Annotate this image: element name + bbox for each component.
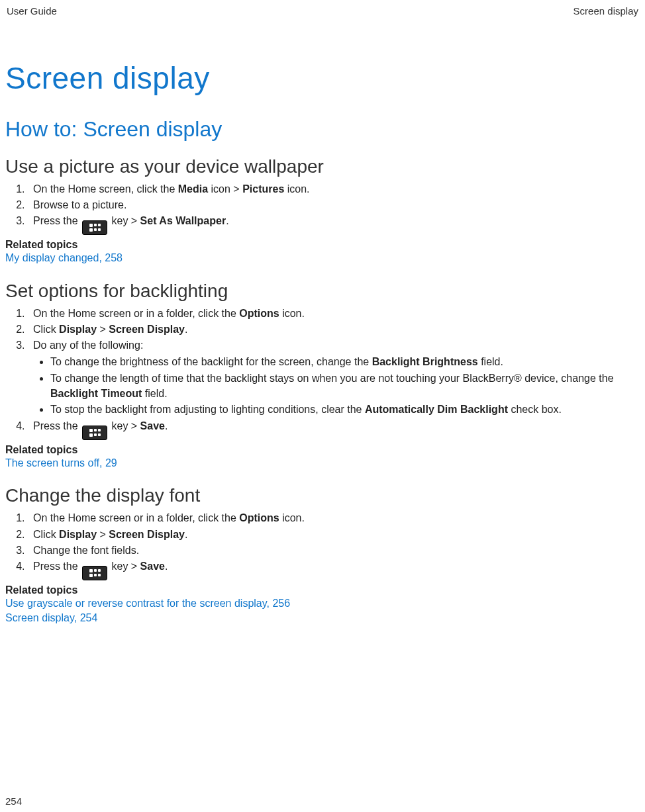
- page-number: 254: [5, 795, 22, 807]
- related-topics-label: Related topics: [5, 444, 640, 456]
- text: key >: [109, 420, 140, 431]
- text: Change the font fields.: [33, 545, 139, 556]
- list-item: Browse to a picture.: [28, 197, 640, 212]
- text-bold: Display: [59, 324, 97, 335]
- related-link[interactable]: My display changed, 258: [5, 251, 640, 265]
- text: To stop the backlight from adjusting to …: [50, 404, 365, 415]
- text: Click: [33, 324, 59, 335]
- list-item: Do any of the following: To change the b…: [28, 338, 640, 417]
- text: Browse to a picture.: [33, 199, 126, 210]
- backlight-sublist: To change the brightness of the backligh…: [33, 354, 640, 417]
- text: On the Home screen or in a folder, click…: [33, 308, 239, 319]
- header-right: Screen display: [573, 5, 638, 17]
- section-heading-howto: How to: Screen display: [5, 117, 640, 142]
- text: .: [165, 561, 168, 572]
- text-bold: Options: [239, 308, 279, 319]
- text-bold: Display: [59, 529, 97, 540]
- related-link[interactable]: The screen turns off, 29: [5, 456, 640, 471]
- text-bold: Screen Display: [109, 529, 185, 540]
- text: .: [185, 529, 187, 540]
- text-bold: Media: [178, 183, 208, 195]
- menu-key-icon: [82, 220, 107, 235]
- text-bold: Options: [239, 512, 279, 523]
- related-topics-label: Related topics: [5, 239, 640, 251]
- text: On the Home screen or in a folder, click…: [33, 512, 239, 523]
- page-title: Screen display: [5, 60, 640, 96]
- list-item: Click Display > Screen Display.: [28, 322, 640, 337]
- text-bold: Backlight Brightness: [372, 356, 478, 367]
- text: icon.: [284, 183, 309, 195]
- text: Do any of the following:: [33, 339, 143, 351]
- text-bold: Backlight Timeout: [50, 388, 142, 399]
- list-item: To change the brightness of the backligh…: [50, 354, 640, 369]
- text-bold: Save: [140, 561, 165, 572]
- related-link[interactable]: Screen display, 254: [5, 611, 640, 625]
- font-steps: On the Home screen or in a folder, click…: [5, 510, 640, 580]
- list-item: Press the key > Save.: [28, 559, 640, 580]
- text: >: [97, 324, 109, 335]
- section-heading-backlight: Set options for backlighting: [5, 281, 640, 302]
- page-header: User Guide Screen display: [5, 5, 640, 21]
- text: Press the: [33, 561, 81, 572]
- list-item: On the Home screen, click the Media icon…: [28, 181, 640, 197]
- text: icon.: [279, 512, 305, 523]
- text: key >: [109, 561, 140, 572]
- wallpaper-steps: On the Home screen, click the Media icon…: [5, 181, 640, 235]
- text-bold: Automatically Dim Backlight: [365, 404, 508, 415]
- text: field.: [478, 356, 503, 367]
- list-item: On the Home screen or in a folder, click…: [28, 510, 640, 525]
- menu-key-icon: [82, 566, 107, 580]
- list-item: To stop the backlight from adjusting to …: [50, 402, 640, 417]
- text: Click: [33, 529, 59, 540]
- text: Press the: [33, 420, 81, 431]
- text: .: [185, 324, 187, 335]
- text-bold: Screen Display: [109, 324, 185, 335]
- header-left: User Guide: [7, 5, 57, 17]
- text: On the Home screen, click the: [33, 183, 178, 195]
- backlight-steps: On the Home screen or in a folder, click…: [5, 306, 640, 440]
- list-item: On the Home screen or in a folder, click…: [28, 306, 640, 321]
- list-item: Press the key > Save.: [28, 418, 640, 440]
- section-heading-wallpaper: Use a picture as your device wallpaper: [5, 156, 640, 177]
- text: .: [226, 215, 228, 226]
- text-bold: Set As Wallpaper: [140, 215, 226, 226]
- text: field.: [142, 388, 167, 399]
- section-heading-font: Change the display font: [5, 485, 640, 506]
- text: icon >: [208, 183, 242, 195]
- text: .: [165, 420, 168, 431]
- text: Press the: [33, 215, 81, 226]
- menu-key-icon: [82, 426, 107, 440]
- text: To change the brightness of the backligh…: [50, 356, 372, 367]
- text: check box.: [508, 404, 562, 415]
- list-item: To change the length of time that the ba…: [50, 371, 640, 401]
- list-item: Click Display > Screen Display.: [28, 527, 640, 542]
- list-item: Press the key > Set As Wallpaper.: [28, 213, 640, 235]
- list-item: Change the font fields.: [28, 543, 640, 558]
- text: key >: [109, 215, 140, 226]
- text: To change the length of time that the ba…: [50, 373, 614, 384]
- text: >: [97, 529, 109, 540]
- page: User Guide Screen display Screen display…: [0, 0, 645, 812]
- text: icon.: [279, 308, 305, 319]
- related-link[interactable]: Use grayscale or reverse contrast for th…: [5, 596, 640, 611]
- text-bold: Save: [140, 420, 165, 431]
- text-bold: Pictures: [242, 183, 284, 195]
- related-topics-label: Related topics: [5, 584, 640, 596]
